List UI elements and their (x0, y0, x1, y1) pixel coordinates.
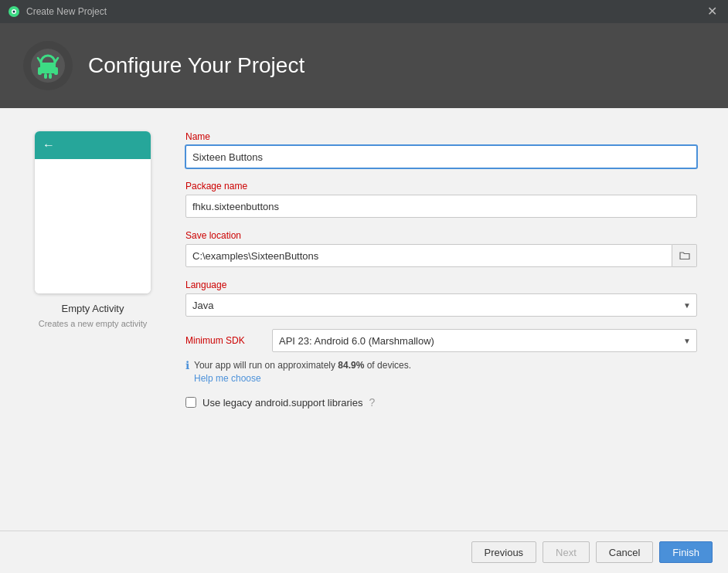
min-sdk-label: Minimum SDK (185, 335, 263, 346)
activity-description: Creates a new empty activity (39, 319, 148, 328)
save-location-label: Save location (185, 230, 697, 241)
previous-button[interactable]: Previous (471, 541, 537, 563)
svg-point-13 (50, 59, 52, 61)
finish-button[interactable]: Finish (659, 541, 713, 563)
header: Configure Your Project (0, 23, 728, 108)
phone-preview: ← (35, 131, 151, 293)
sdk-row: Minimum SDK API 21: Android 5.0 (Lollipo… (185, 329, 697, 352)
main-content: ← Empty Activity Creates a new empty act… (0, 108, 728, 531)
next-button[interactable]: Next (543, 541, 590, 563)
footer: Previous Next Cancel Finish (0, 531, 728, 573)
svg-point-12 (44, 59, 46, 61)
name-input[interactable] (185, 145, 697, 168)
folder-icon (679, 251, 690, 260)
svg-point-2 (13, 11, 15, 13)
sdk-info-suffix: of devices. (364, 360, 411, 371)
svg-rect-10 (44, 73, 47, 79)
title-bar: Create New Project ✕ (0, 0, 728, 23)
form-panel: Name Package name Save location Language (185, 131, 697, 507)
save-location-input-row (185, 244, 697, 267)
language-select-wrapper: Java Kotlin ▼ (185, 293, 697, 317)
sdk-info-prefix: Your app will run on approximately (194, 360, 338, 371)
name-group: Name (185, 131, 697, 168)
phone-body (35, 159, 151, 293)
close-button[interactable]: ✕ (704, 4, 720, 19)
package-input[interactable] (185, 195, 697, 218)
svg-rect-7 (40, 63, 56, 73)
browse-folder-button[interactable] (672, 244, 697, 267)
legacy-checkbox[interactable] (185, 397, 196, 408)
activity-name: Empty Activity (62, 303, 124, 314)
legacy-help-icon[interactable]: ? (369, 396, 375, 409)
android-studio-icon (8, 5, 20, 18)
help-me-choose-link[interactable]: Help me choose (194, 373, 261, 384)
language-group: Language Java Kotlin ▼ (185, 280, 697, 317)
sdk-select-wrapper: API 21: Android 5.0 (Lollipop) API 22: A… (272, 329, 697, 352)
title-bar-left: Create New Project (8, 5, 107, 18)
page-title: Configure Your Project (88, 53, 304, 78)
save-location-group: Save location (185, 230, 697, 267)
window-title: Create New Project (26, 6, 107, 17)
save-location-input[interactable] (185, 244, 672, 267)
language-label: Language (185, 280, 697, 290)
activity-preview-panel: ← Empty Activity Creates a new empty act… (31, 131, 155, 507)
android-logo-svg (29, 47, 66, 84)
legacy-checkbox-row: Use legacy android.support libraries ? (185, 396, 697, 409)
cancel-button[interactable]: Cancel (596, 541, 653, 563)
sdk-percentage: 84.9% (338, 360, 364, 371)
min-sdk-select[interactable]: API 21: Android 5.0 (Lollipop) API 22: A… (272, 329, 697, 352)
legacy-label: Use legacy android.support libraries (202, 397, 362, 409)
svg-rect-11 (49, 73, 52, 79)
package-label: Package name (185, 181, 697, 192)
sdk-info-text: Your app will run on approximately 84.9%… (194, 358, 411, 384)
back-arrow-icon: ← (43, 138, 55, 152)
name-label: Name (185, 131, 697, 142)
package-group: Package name (185, 181, 697, 218)
info-icon: ℹ (185, 359, 189, 371)
android-logo (23, 41, 73, 90)
language-select[interactable]: Java Kotlin (185, 293, 697, 317)
svg-rect-9 (54, 67, 58, 75)
sdk-info-row: ℹ Your app will run on approximately 84.… (185, 358, 697, 384)
phone-top-bar: ← (35, 131, 151, 159)
svg-rect-8 (38, 67, 42, 75)
